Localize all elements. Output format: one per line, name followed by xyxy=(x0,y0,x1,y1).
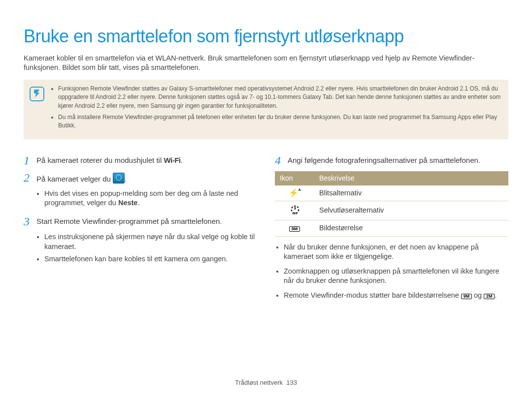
step-3: 3 Start Remote Viewfinder-programmet på … xyxy=(24,215,257,227)
step-2-sublist: Hvis det vises en popup-melding som ber … xyxy=(24,189,257,208)
text: . xyxy=(125,175,127,183)
note-list: Funksjonen Remote Viewfinder støttes av … xyxy=(51,85,501,130)
table-row: Blitsalternativ xyxy=(275,185,508,201)
cell-desc: Bildestørrelse xyxy=(314,220,508,237)
svg-text:OFF: OFF xyxy=(293,213,299,216)
text: Hvis det vises en popup-melding som ber … xyxy=(44,189,238,207)
col-header-desc: Beskrivelse xyxy=(314,171,508,185)
step-2: 2 På kameraet velger du . xyxy=(24,171,257,184)
col-header-icon: Ikon xyxy=(275,171,314,185)
step-1: 1 På kameraet roterer du modushjulet til… xyxy=(24,154,257,166)
image-size-9m-icon: 9M xyxy=(461,294,472,299)
image-size-2m-icon: 2M xyxy=(484,294,495,299)
text: På kameraet velger du xyxy=(36,175,113,183)
list-item: Smarttelefonen kan bare kobles til ett k… xyxy=(44,254,257,264)
step-4-notes: Når du bruker denne funksjonen, er det n… xyxy=(275,243,508,301)
cell-icon: OFF xyxy=(275,201,314,220)
intro-paragraph: Kameraet kobler til en smarttelefon via … xyxy=(24,54,508,73)
footer-page-number: 133 xyxy=(286,379,297,386)
note-icon xyxy=(30,87,44,101)
cell-icon xyxy=(275,185,314,201)
list-item: Les instruksjonene på skjermen nøye når … xyxy=(44,232,257,251)
options-table: Ikon Beskrivelse Blitsalternativ OFF xyxy=(275,171,508,237)
cell-desc: Selvutløseralternativ xyxy=(314,201,508,220)
step-number: 2 xyxy=(24,171,36,184)
text: . xyxy=(495,291,497,299)
step-4: 4 Angi følgende fotograferingsalternativ… xyxy=(275,154,508,166)
self-timer-icon: OFF xyxy=(290,204,299,214)
text: . xyxy=(181,156,183,164)
text: Remote Viewfinder-modus støtter bare bil… xyxy=(284,291,461,299)
text: og xyxy=(472,291,484,299)
wifi-label: Wi-Fi xyxy=(164,156,180,164)
step-3-sublist: Les instruksjonene på skjermen nøye når … xyxy=(24,232,257,264)
manual-page: Bruke en smarttelefon som fjernstyrt utl… xyxy=(0,0,532,401)
image-size-9m-icon: 9M xyxy=(289,226,300,232)
page-footer: Trådløst nettverk 133 xyxy=(0,378,532,387)
list-item: Hvis det vises en popup-melding som ber … xyxy=(44,189,257,208)
content-columns: 1 På kameraet roterer du modushjulet til… xyxy=(24,154,508,306)
footer-section: Trådløst nettverk xyxy=(235,379,283,386)
list-item: Når du bruker denne funksjonen, er det n… xyxy=(284,243,508,262)
list-item: Remote Viewfinder-modus støtter bare bil… xyxy=(284,291,508,301)
step-text: Start Remote Viewfinder-programmet på sm… xyxy=(36,215,257,227)
right-column: 4 Angi følgende fotograferingsalternativ… xyxy=(275,154,508,306)
note-item: Du må installere Remote Viewfinder-progr… xyxy=(58,113,501,130)
table-row: 9M Bildestørrelse xyxy=(275,220,508,237)
table-row: OFF Selvutløseralternativ xyxy=(275,201,508,220)
cell-desc: Blitsalternativ xyxy=(314,185,508,201)
bold-text: Neste xyxy=(118,199,138,207)
note-box: Funksjonen Remote Viewfinder støttes av … xyxy=(24,80,508,139)
page-title: Bruke en smarttelefon som fjernstyrt utl… xyxy=(24,25,508,49)
flash-auto-icon xyxy=(289,188,300,197)
text: . xyxy=(137,199,139,207)
step-text: På kameraet velger du . xyxy=(36,171,257,184)
cell-icon: 9M xyxy=(275,220,314,237)
step-text: På kameraet roterer du modushjulet til W… xyxy=(36,154,257,166)
step-number: 1 xyxy=(24,154,36,166)
text: På kameraet roterer du modushjulet til xyxy=(36,156,164,164)
note-item: Funksjonen Remote Viewfinder støttes av … xyxy=(58,85,501,110)
step-number: 3 xyxy=(24,215,36,227)
list-item: Zoomknappen og utløserknappen på smartte… xyxy=(284,267,508,286)
step-text: Angi følgende fotograferingsalternativer… xyxy=(288,154,508,166)
table-header-row: Ikon Beskrivelse xyxy=(275,171,508,185)
remote-viewfinder-app-icon xyxy=(113,173,125,184)
step-number: 4 xyxy=(275,154,288,166)
left-column: 1 På kameraet roterer du modushjulet til… xyxy=(24,154,257,306)
